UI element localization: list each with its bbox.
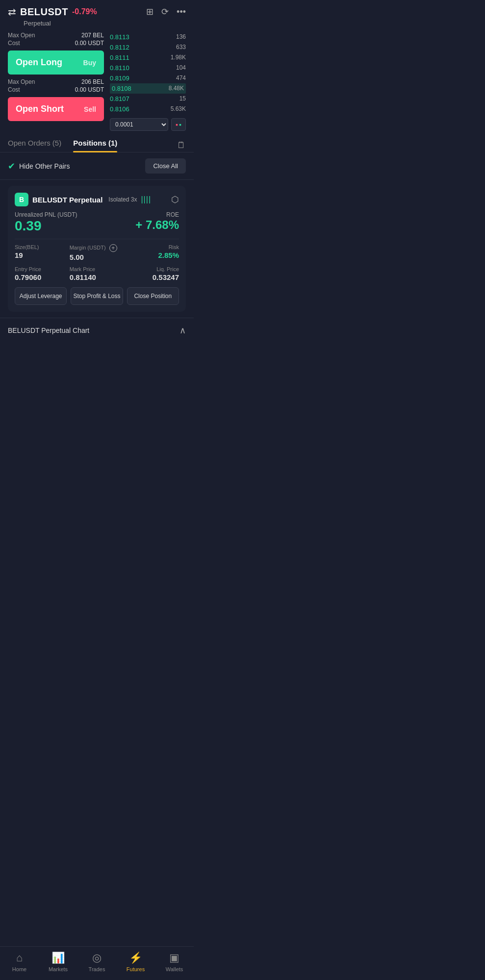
cost-short-row: Cost 0.00 USDT: [8, 86, 104, 93]
chart-bar[interactable]: BELUSDT Perpetual Chart ∧: [0, 318, 194, 343]
document-icon[interactable]: 🗒: [177, 140, 186, 151]
position-header: B BELUSDT Perpetual Isolated 3x |||| ⬡: [15, 193, 179, 206]
open-long-button[interactable]: Open Long Buy: [8, 50, 104, 75]
order-panel: Max Open 207 BEL Cost 0.00 USDT Open Lon…: [8, 32, 104, 131]
tabs-bar: Open Orders (5) Positions (1) 🗒: [0, 131, 194, 152]
grid-red-icon: ▪: [176, 121, 178, 128]
ob-row[interactable]: 0.8110104: [110, 63, 186, 73]
open-short-button[interactable]: Open Short Sell: [8, 97, 104, 121]
size-label: Size(BEL): [15, 244, 70, 250]
ob-row[interactable]: 0.81111.98K: [110, 52, 186, 63]
grid-green-icon: ▪: [179, 121, 181, 128]
mark-price-col: Mark Price 0.81140: [70, 266, 125, 281]
chart-title: BELUSDT Perpetual Chart: [8, 327, 89, 334]
chevron-up-icon: ∧: [179, 325, 186, 336]
tab-positions[interactable]: Positions (1): [73, 139, 117, 152]
divider-1: [15, 239, 179, 239]
orderbook-panel: 0.81131360.81126330.81111.98K0.81101040.…: [110, 32, 186, 131]
ob-price: 0.8111: [110, 54, 129, 61]
tick-size-select[interactable]: 0.0001 0.001 0.01: [110, 118, 168, 131]
margin-add-icon[interactable]: +: [109, 244, 117, 252]
price-change: -0.79%: [72, 7, 97, 16]
ob-price: 0.8106: [110, 105, 129, 113]
max-open-long-row: Max Open 207 BEL: [8, 32, 104, 39]
ob-price: 0.8108: [112, 85, 131, 92]
tabs-left: Open Orders (5) Positions (1): [8, 139, 117, 152]
position-badge: Isolated 3x: [108, 196, 137, 203]
subtitle: Perpetual: [0, 20, 194, 32]
ob-price: 0.8112: [110, 44, 129, 51]
stats-row-1: Size(BEL) 19 Margin (USDT) + 5.00 Risk 2…: [15, 244, 179, 261]
liq-price-value: 0.53247: [124, 273, 179, 281]
cost-long-label: Cost: [8, 40, 20, 47]
ob-vol: 1.98K: [171, 54, 186, 61]
size-col: Size(BEL) 19: [15, 244, 70, 261]
position-risk-bars: ||||: [141, 195, 151, 204]
ob-row[interactable]: 0.81088.48K: [110, 83, 186, 94]
position-icon: B: [15, 193, 28, 206]
close-position-button[interactable]: Close Position: [127, 287, 179, 305]
roe-right: ROE + 7.68%: [135, 211, 179, 232]
cost-long-value: 0.00 USDT: [75, 40, 104, 47]
max-open-short-row: Max Open 206 BEL: [8, 78, 104, 85]
roe-value: + 7.68%: [135, 218, 179, 232]
stop-profit-loss-button[interactable]: Stop Profit & Loss: [71, 287, 123, 305]
main-area: Max Open 207 BEL Cost 0.00 USDT Open Lon…: [0, 32, 194, 131]
swap-icon: ⇄: [8, 6, 16, 18]
ob-vol: 8.48K: [169, 85, 184, 92]
max-open-short-value: 206 BEL: [81, 78, 104, 85]
ob-row[interactable]: 0.8112633: [110, 42, 186, 52]
max-open-long-value: 207 BEL: [81, 32, 104, 39]
header-right: ⊞ ⟳ •••: [146, 6, 186, 17]
stats-row-2: Entry Price 0.79060 Mark Price 0.81140 L…: [15, 266, 179, 281]
ob-controls: 0.0001 0.001 0.01 ▪ ▪: [110, 118, 186, 131]
ob-row[interactable]: 0.8109474: [110, 73, 186, 83]
open-long-label: Open Long: [16, 57, 62, 68]
hide-pairs-left: ✔ Hide Other Pairs: [8, 161, 70, 172]
entry-price-value: 0.79060: [15, 273, 70, 281]
open-short-label: Open Short: [16, 104, 64, 114]
ob-vol: 136: [176, 33, 186, 41]
pair-title: BELUSDT: [20, 6, 68, 18]
max-open-long-label: Max Open: [8, 32, 35, 39]
ob-row[interactable]: 0.81065.63K: [110, 104, 186, 114]
cost-short-label: Cost: [8, 86, 20, 93]
margin-label: Margin (USDT) +: [70, 244, 125, 252]
ob-vol: 104: [176, 64, 186, 72]
hide-pairs-label: Hide Other Pairs: [19, 162, 70, 170]
ob-vol: 633: [176, 44, 186, 51]
tab-open-orders[interactable]: Open Orders (5): [8, 139, 61, 152]
entry-price-col: Entry Price 0.79060: [15, 266, 70, 281]
size-value: 19: [15, 251, 70, 259]
check-icon: ✔: [8, 161, 15, 172]
pnl-left: Unrealized PNL (USDT) 0.39: [15, 211, 77, 234]
buy-sublabel: Buy: [83, 59, 96, 67]
ob-price: 0.8107: [110, 95, 129, 102]
action-buttons: Adjust Leverage Stop Profit & Loss Close…: [15, 287, 179, 305]
pnl-row: Unrealized PNL (USDT) 0.39 ROE + 7.68%: [15, 211, 179, 234]
chart-settings-icon[interactable]: ⊞: [146, 6, 153, 17]
header: ⇄ BELUSDT -0.79% ⊞ ⟳ •••: [0, 0, 194, 20]
position-card: B BELUSDT Perpetual Isolated 3x |||| ⬡ U…: [8, 186, 186, 312]
mark-price-value: 0.81140: [70, 273, 125, 281]
risk-value: 2.85%: [124, 251, 179, 259]
ob-vol: 5.63K: [171, 105, 186, 113]
more-icon[interactable]: •••: [177, 7, 186, 17]
close-all-button[interactable]: Close All: [145, 158, 186, 174]
entry-price-label: Entry Price: [15, 266, 70, 272]
header-left: ⇄ BELUSDT -0.79%: [8, 6, 97, 18]
ob-row[interactable]: 0.8113136: [110, 32, 186, 42]
orderbook-rows: 0.81131360.81126330.81111.98K0.81101040.…: [110, 32, 186, 114]
pnl-value: 0.39: [15, 218, 77, 234]
refresh-icon[interactable]: ⟳: [161, 6, 169, 17]
mark-price-label: Mark Price: [70, 266, 125, 272]
cost-short-value: 0.00 USDT: [75, 86, 104, 93]
risk-label: Risk: [124, 244, 179, 250]
ob-row[interactable]: 0.810715: [110, 94, 186, 104]
share-icon[interactable]: ⬡: [171, 194, 179, 205]
position-title: BELUSDT Perpetual: [32, 196, 102, 204]
sell-sublabel: Sell: [84, 105, 96, 113]
risk-col: Risk 2.85%: [124, 244, 179, 261]
ob-grid-button[interactable]: ▪ ▪: [171, 118, 186, 131]
adjust-leverage-button[interactable]: Adjust Leverage: [15, 287, 67, 305]
